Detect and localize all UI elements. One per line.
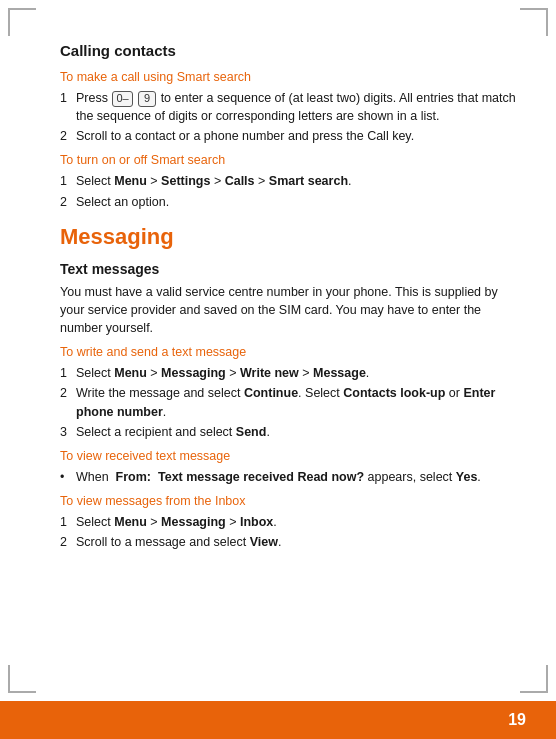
step-2-call: 2 Scroll to a contact or a phone number … [60, 127, 516, 145]
view-received-block: To view received text message • When Fro… [60, 447, 516, 486]
calling-contacts-section: Calling contacts To make a call using Sm… [60, 40, 516, 211]
corner-mark-bl [8, 665, 36, 693]
write-step-3: 3 Select a recipient and select Send. [60, 423, 516, 441]
main-content: Calling contacts To make a call using Sm… [60, 40, 516, 679]
write-step-1: 1 Select Menu > Messaging > Write new > … [60, 364, 516, 382]
step-text: Select Menu > Settings > Calls > Smart s… [76, 172, 352, 190]
corner-mark-tr [520, 8, 548, 36]
text-messages-title: Text messages [60, 259, 516, 279]
key-0: 0– [112, 91, 132, 107]
toggle-step-1: 1 Select Menu > Settings > Calls > Smart… [60, 172, 516, 190]
text-messages-description: You must have a valid service centre num… [60, 283, 516, 337]
key-9: 9 [138, 91, 156, 107]
smart-search-toggle-block: To turn on or off Smart search 1 Select … [60, 151, 516, 210]
text-messages-block: Text messages You must have a valid serv… [60, 259, 516, 552]
view-inbox-heading: To view messages from the Inbox [60, 492, 516, 510]
footer-bar: 19 [0, 701, 556, 739]
inbox-step-1: 1 Select Menu > Messaging > Inbox. [60, 513, 516, 531]
write-step-2: 2 Write the message and select Continue.… [60, 384, 516, 420]
smart-search-toggle-heading: To turn on or off Smart search [60, 151, 516, 169]
bullet-text: When From: Text message received Read no… [76, 468, 481, 486]
step-text: Scroll to a message and select View. [76, 533, 281, 551]
step-text: Scroll to a contact or a phone number an… [76, 127, 414, 145]
messaging-main-title: Messaging [60, 221, 516, 253]
bullet-icon: • [60, 468, 72, 486]
step-num: 2 [60, 127, 72, 145]
page-number: 19 [508, 711, 526, 729]
step-text: Select an option. [76, 193, 169, 211]
corner-mark-br [520, 665, 548, 693]
view-inbox-block: To view messages from the Inbox 1 Select… [60, 492, 516, 551]
smart-search-call-steps: 1 Press 0– 9 to enter a sequence of (at … [60, 89, 516, 145]
step-text: Press 0– 9 to enter a sequence of (at le… [76, 89, 516, 125]
step-num: 2 [60, 193, 72, 211]
view-received-item: • When From: Text message received Read … [60, 468, 516, 486]
step-text: Select a recipient and select Send. [76, 423, 270, 441]
smart-search-call-heading: To make a call using Smart search [60, 68, 516, 86]
corner-mark-tl [8, 8, 36, 36]
messaging-section: Messaging Text messages You must have a … [60, 221, 516, 552]
view-inbox-steps: 1 Select Menu > Messaging > Inbox. 2 Scr… [60, 513, 516, 551]
smart-search-toggle-steps: 1 Select Menu > Settings > Calls > Smart… [60, 172, 516, 210]
view-received-heading: To view received text message [60, 447, 516, 465]
view-received-bullets: • When From: Text message received Read … [60, 468, 516, 486]
calling-contacts-title: Calling contacts [60, 40, 516, 62]
write-send-block: To write and send a text message 1 Selec… [60, 343, 516, 441]
step-text: Select Menu > Messaging > Write new > Me… [76, 364, 369, 382]
write-send-heading: To write and send a text message [60, 343, 516, 361]
inbox-step-2: 2 Scroll to a message and select View. [60, 533, 516, 551]
step-1-call: 1 Press 0– 9 to enter a sequence of (at … [60, 89, 516, 125]
toggle-step-2: 2 Select an option. [60, 193, 516, 211]
page-container: Calling contacts To make a call using Sm… [0, 0, 556, 739]
write-send-steps: 1 Select Menu > Messaging > Write new > … [60, 364, 516, 441]
step-text: Write the message and select Continue. S… [76, 384, 516, 420]
smart-search-call-block: To make a call using Smart search 1 Pres… [60, 68, 516, 146]
step-num: 1 [60, 172, 72, 190]
step-text: Select Menu > Messaging > Inbox. [76, 513, 277, 531]
step-num: 1 [60, 89, 72, 125]
